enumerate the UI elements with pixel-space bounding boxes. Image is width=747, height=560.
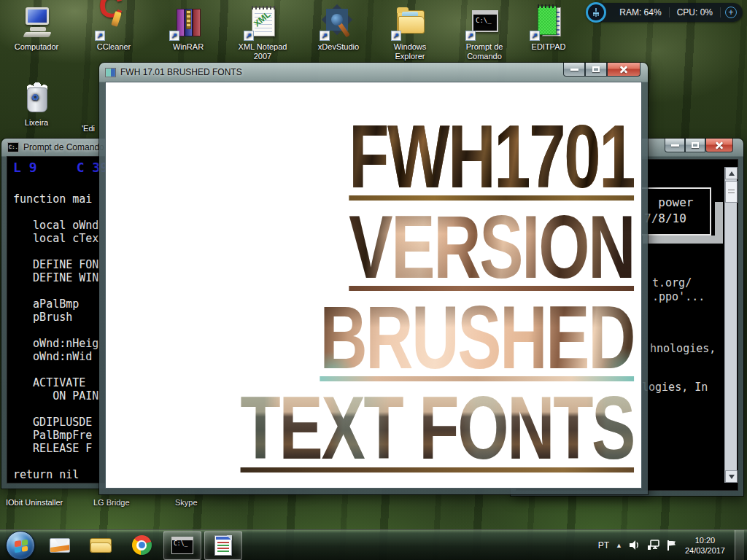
brushed-text-stack: FWH1701 VERSION BRUSHED TEXT FONTS [105,122,634,472]
vertical-scrollbar[interactable] [724,167,737,483]
flag-pane [22,539,28,545]
system-monitor-widget[interactable]: RAM: 64% CPU: 0% + [586,3,743,22]
desktop-icon-partial-label[interactable]: 'Edi [82,124,95,133]
minimize-button[interactable] [665,139,685,152]
taskbar-button-mail[interactable] [41,531,79,560]
desktop-icon-computador[interactable]: Computador [7,6,66,52]
desktop-icon-prompt-de-comando[interactable]: C:\_ ↗ Prompt de Comando [455,6,514,61]
main-window-controls [563,63,640,77]
document-content [217,542,229,552]
brushed-text: TEXT FONTS [240,394,634,463]
desktop-icon-lixeira[interactable]: ♻ Lixeira [7,82,66,128]
mail-band [50,544,70,552]
folder-icon [90,537,112,554]
windows-logo-icon [15,539,28,553]
editpad-spiral [538,4,557,8]
brushed-text: FWH1701 [349,122,634,192]
editpad-cover [538,6,557,35]
flag-pole [667,540,669,551]
notepad-rings [252,6,275,9]
action-center-flag-icon[interactable] [667,540,676,551]
maximize-button[interactable] [585,63,607,77]
icon-label: xDevStudio [309,42,368,52]
box-shadow-bar [715,202,723,244]
computer-keyboard [23,32,51,37]
computer-screen [26,7,49,25]
up-arrow-icon [729,171,735,176]
banner-line1: power [644,195,693,209]
main-window-title: FWH 17.01 BRUSHED FONTS [120,67,242,77]
desktop-icon-lg-bridge[interactable]: LG Bridge [93,498,130,507]
minimize-icon [570,69,578,71]
taskbar-button-xml-document[interactable] [204,531,242,560]
fwh-main-window: FWH 17.01 BRUSHED FONTS FWH1701 VERSION … [99,63,648,494]
taskbar-button-explorer[interactable] [82,531,120,560]
scroll-up-button[interactable] [725,167,738,179]
shortcut-arrow-icon: ↗ [320,31,330,41]
brushed-text: VERSION [349,213,634,282]
scroll-down-button[interactable] [725,470,738,483]
recycle-symbol: ♻ [31,93,39,103]
editpad-icon: ↗ [532,6,565,39]
shortcut-arrow-icon: ↗ [391,31,401,41]
taskbar-clock[interactable]: 10:20 24/03/2017 [685,535,725,556]
underline-rule [240,467,634,472]
folder-icon: ↗ [393,6,427,39]
close-icon [714,141,724,149]
show-hidden-icons-button[interactable]: ▲ [616,542,622,549]
maximize-icon [592,66,600,72]
icon-label: Windows Explorer [381,42,439,61]
document-icon [214,535,232,556]
taskbar-button-chrome[interactable] [123,531,160,560]
volume-icon[interactable] [629,540,640,551]
shortcut-arrow-icon: ↗ [530,31,540,41]
desktop-icon-xml-notepad[interactable]: XML ↗ XML Notepad 2007 [233,6,292,61]
system-tray: PT ▲ 10:20 24/03/2017 [598,530,747,560]
desktop-icon-iobit-uninstaller[interactable]: IObit Uninstaller [6,498,63,507]
minimize-button[interactable] [563,63,585,77]
desktop-icon-windows-explorer[interactable]: ↗ Windows Explorer [381,6,439,61]
box-shadow-bar [643,236,723,244]
icon-label: Lixeira [7,118,66,128]
console-text-line: .ppo'... [652,290,705,303]
taskbar: C:\_ PT ▲ [0,529,747,560]
chrome-icon [132,535,152,555]
folder-front [90,542,112,553]
cmd-window-title: Prompt de Comando [23,142,104,152]
show-desktop-button[interactable] [735,530,744,560]
thumb-grip [728,190,735,193]
ccleaner-letter: C [98,1,123,11]
winrar-zipper [186,10,191,29]
icon-label: WinRAR [159,42,217,52]
language-indicator[interactable]: PT [598,540,609,551]
right-window-controls [665,139,733,152]
recycle-bin-icon: ♻ [20,82,53,115]
desktop-icon-ccleaner[interactable]: C ↗ CCleaner [85,6,143,52]
start-button[interactable] [6,531,35,560]
icon-label: Prompt de Comando [455,42,514,61]
shortcut-arrow-icon: ↗ [465,31,476,41]
brush-glyph [591,7,601,18]
clock-date: 24/03/2017 [685,545,725,556]
maximize-button[interactable] [685,139,705,152]
shortcut-arrow-icon: ↗ [95,31,105,41]
scrollbar-thumb[interactable] [725,181,738,203]
desktop-icon-skype[interactable]: Skype [175,498,198,507]
close-button[interactable] [607,63,640,77]
desktop-icon-editpad[interactable]: ↗ EDITPAD [519,6,578,52]
xml-notepad-icon: XML ↗ [246,6,279,39]
network-icon[interactable] [647,540,660,551]
widget-expand-button[interactable]: + [725,7,737,18]
flag-pane [22,545,28,552]
desktop: Computador C ↗ CCleaner ↗ WinRAR XML ↗ X… [0,0,747,560]
folder-front [398,16,425,34]
mail-icon [50,538,70,553]
flag-pane [15,546,21,553]
winrar-book [193,9,201,36]
cleaner-brush-icon[interactable] [586,2,606,23]
taskbar-button-cmd[interactable]: C:\_ [163,531,201,560]
brushed-line-text-fonts: TEXT FONTS [240,394,634,472]
desktop-icon-xdevstudio[interactable]: ↗ xDevStudio [309,6,368,52]
desktop-icon-winrar[interactable]: ↗ WinRAR [159,6,217,52]
close-button[interactable] [705,139,733,152]
